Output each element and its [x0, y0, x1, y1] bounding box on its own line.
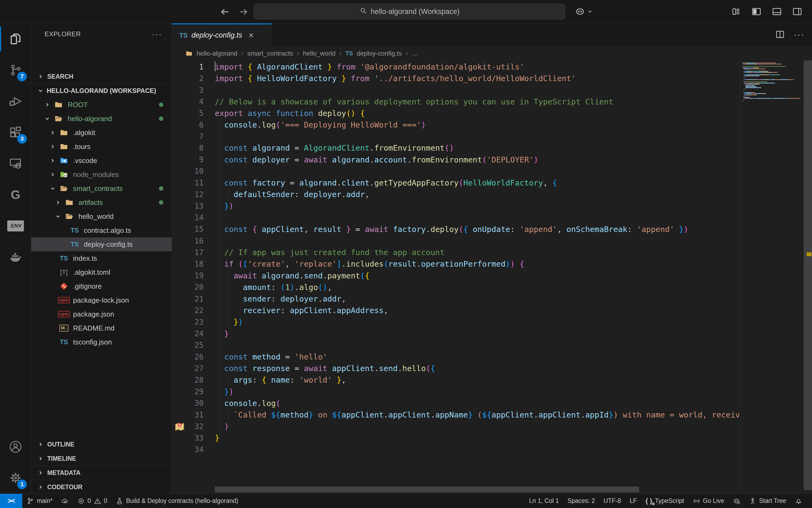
status-remote-indicator[interactable]: >< [0, 494, 22, 508]
tree-item-hello_world[interactable]: hello_world [31, 209, 172, 223]
back-arrow-icon[interactable] [218, 5, 232, 19]
code-line-28[interactable]: 28 args: { name: 'world' }, [172, 374, 740, 386]
code-line-21[interactable]: 21 sender: deployer.addr, [172, 293, 740, 305]
activity-settings[interactable]: 1 [0, 462, 31, 494]
breadcrumb[interactable]: hello-algorand›smart_contracts›hello_wor… [172, 46, 812, 60]
tree-item-tsconfig.json[interactable]: TStsconfig.json [31, 335, 172, 349]
code-line-29[interactable]: 29 }) [172, 386, 740, 398]
status-language-mode[interactable]: { }⊗TypeScript [641, 494, 688, 508]
code-line-32[interactable]: 32 ) [172, 420, 740, 432]
workspace-header[interactable]: HELLO-ALGORAND (WORKSPACE) [31, 84, 172, 98]
activity-dotenv[interactable]: .ENV [0, 210, 31, 241]
more-actions-icon[interactable]: ··· [794, 29, 805, 41]
code-line-25[interactable]: 25 [172, 339, 740, 351]
section-timeline[interactable]: TIMELINE [31, 451, 172, 466]
status-encoding[interactable]: UTF-8 [599, 494, 626, 508]
minimap[interactable] [740, 60, 803, 494]
tree-item-smart_contracts[interactable]: smart_contracts [31, 181, 172, 196]
tree-item-contract.algo.ts[interactable]: TScontract.algo.ts [31, 223, 172, 237]
activity-gitkraken[interactable]: G [0, 179, 31, 210]
breadcrumb-item[interactable]: hello_world [303, 50, 335, 57]
breadcrumb-item[interactable]: ... [412, 50, 417, 57]
tree-item-package.json[interactable]: npmpackage.json [31, 307, 172, 321]
tree-item-.algokit.toml[interactable]: [T].algokit.toml [31, 265, 172, 279]
code-line-30[interactable]: 30 console.log( [172, 397, 740, 409]
tree-item-ROOT[interactable]: ROOT [31, 98, 172, 112]
status-go-live[interactable]: Go Live [688, 494, 728, 508]
code-line-31[interactable]: 31 `Called ${method} on ${appClient.appC… [172, 409, 740, 421]
tree-item-node_modules[interactable]: JSnode_modules [31, 168, 172, 181]
toggle-secondary-sidebar-icon[interactable] [790, 5, 804, 18]
code-line-26[interactable]: 26 const method = 'hello' [172, 351, 740, 363]
copilot-menu-button[interactable] [574, 4, 593, 19]
status-sync-changes[interactable] [57, 494, 73, 508]
code-line-23[interactable]: 23 }) [172, 316, 740, 328]
status-eol[interactable]: LF [626, 494, 641, 508]
tree-item-.gitignore[interactable]: .gitignore [31, 279, 172, 293]
activity-accounts[interactable] [0, 431, 31, 462]
section-search[interactable]: SEARCH [31, 69, 172, 84]
sidebar-more-actions-icon[interactable]: ··· [152, 30, 162, 39]
tree-item-deploy-config.ts[interactable]: TSdeploy-config.ts [31, 237, 172, 251]
horizontal-scrollbar[interactable] [215, 486, 639, 493]
code-line-17[interactable]: 17 // If app was just created fund the a… [172, 247, 740, 258]
code-line-19[interactable]: 19 await algorand.send.payment({ [172, 270, 740, 282]
activity-remote-explorer[interactable] [0, 148, 31, 179]
status-indentation[interactable]: Spaces: 2 [563, 494, 599, 508]
breadcrumb-item[interactable]: hello-algorand [197, 50, 238, 57]
status-notifications[interactable] [790, 494, 807, 508]
tree-item-README.md[interactable]: M↓README.md [31, 321, 172, 335]
breadcrumb-item[interactable]: smart_contracts [247, 50, 293, 57]
code-line-11[interactable]: 11 const factory = algorand.client.getTy… [172, 177, 740, 189]
status-problems[interactable]: 00 [73, 494, 112, 508]
toggle-primary-sidebar-icon[interactable] [750, 5, 763, 18]
code-line-9[interactable]: 9 const deployer = await algorand.accoun… [172, 154, 740, 166]
code-line-20[interactable]: 20 amount: (1).algo(), [172, 282, 740, 293]
code-line-27[interactable]: 27 const response = await appClient.send… [172, 363, 740, 374]
code-line-10[interactable]: 10 [172, 165, 740, 177]
status-copilot-status[interactable] [728, 494, 744, 508]
section-metadata[interactable]: METADATA [31, 466, 172, 480]
code-line-3[interactable]: 3 [172, 84, 740, 96]
split-editor-icon[interactable] [774, 29, 786, 41]
status-task-build-deploy[interactable]: Build & Deploy contracts (hello-algorand… [112, 494, 243, 508]
tree-item-index.ts[interactable]: TSindex.ts [31, 251, 172, 265]
code-line-16[interactable]: 16 [172, 235, 740, 247]
code-line-7[interactable]: 7 [172, 130, 740, 142]
code-line-14[interactable]: 14 [172, 212, 740, 224]
tree-item-.tours[interactable]: .tours [31, 140, 172, 154]
vertical-scrollbar[interactable] [804, 60, 812, 490]
tree-item-package-lock.json[interactable]: npmpackage-lock.json [31, 293, 172, 307]
code-line-33[interactable]: 33} [172, 432, 740, 444]
close-icon[interactable]: × [249, 30, 254, 40]
code-line-13[interactable]: 13 }) [172, 200, 740, 212]
activity-explorer[interactable] [0, 24, 31, 54]
tree-item-hello-algorand[interactable]: hello-algorand [31, 112, 172, 126]
codetour-map-icon[interactable] [174, 421, 185, 432]
code-line-6[interactable]: 6 console.log('=== Deploying HelloWorld … [172, 119, 740, 131]
breadcrumb-item[interactable]: deploy-config.ts [356, 50, 402, 57]
code-line-34[interactable]: 34 [172, 444, 740, 456]
tree-item-artifacts[interactable]: artifacts [31, 196, 172, 209]
activity-docker[interactable] [0, 241, 31, 272]
code-line-5[interactable]: 5export async function deploy() { [172, 108, 740, 119]
code-line-4[interactable]: 4// Below is a showcase of various deplo… [172, 96, 740, 108]
code-line-22[interactable]: 22 receiver: appClient.appAddress, [172, 304, 740, 316]
tree-item-.algokit[interactable]: .algokit [31, 126, 172, 140]
section-outline[interactable]: OUTLINE [31, 437, 172, 451]
code-line-24[interactable]: 24 } [172, 328, 740, 340]
code-editor[interactable]: 1import { AlgorandClient } from '@algora… [172, 60, 740, 494]
section-codetour[interactable]: CODETOUR [31, 480, 172, 494]
code-line-1[interactable]: 1import { AlgorandClient } from '@algora… [172, 61, 740, 73]
tab-deploy-config[interactable]: TS deploy-config.ts × [172, 24, 272, 46]
tree-item-.vscode[interactable]: .vscode [31, 154, 172, 168]
code-line-18[interactable]: 18 if (['create', 'replace'].includes(re… [172, 258, 740, 270]
status-start-tree[interactable]: Start Tree [744, 494, 790, 508]
forward-arrow-icon[interactable] [236, 5, 250, 19]
code-line-8[interactable]: 8 const algorand = AlgorandClient.fromEn… [172, 142, 740, 154]
code-line-12[interactable]: 12 defaultSender: deployer.addr, [172, 188, 740, 200]
activity-run-and-debug[interactable] [0, 86, 31, 117]
status-git-branch[interactable]: main* [22, 494, 57, 508]
activity-extensions[interactable]: 3 [0, 117, 31, 148]
activity-source-control[interactable]: 7 [0, 54, 31, 86]
